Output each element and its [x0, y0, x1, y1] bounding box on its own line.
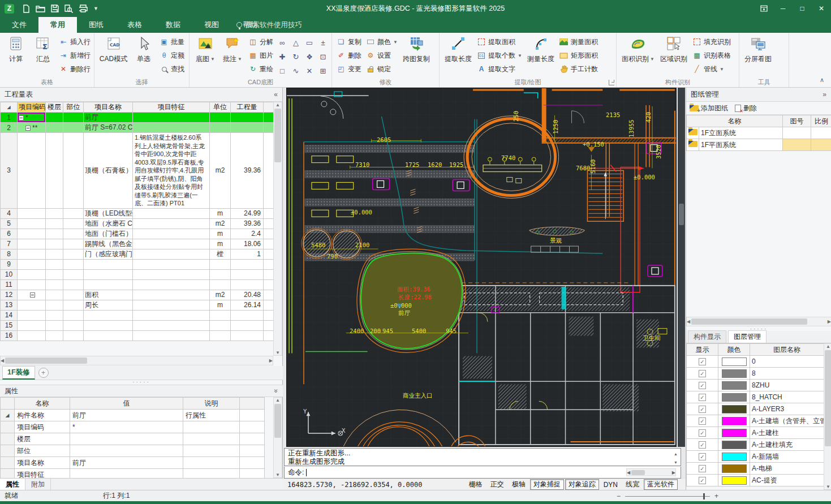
quantity-table-row[interactable]: 2 ** 前厅 S=67.02 C	[1, 123, 274, 133]
name-cell[interactable]: 前厅 S=67.02 C	[84, 123, 133, 133]
quantity-table-row[interactable]: 7 踢脚线（黑色金 m 18.06	[1, 239, 274, 249]
scroll-up-icon[interactable]: ▲	[826, 344, 830, 349]
scroll-down-icon[interactable]: ▼	[275, 472, 280, 477]
row-number-cell[interactable]: 1	[1, 113, 18, 123]
part-cell[interactable]	[63, 320, 84, 330]
qty-cell[interactable]: 1	[231, 249, 264, 259]
floor-cell[interactable]	[46, 310, 63, 320]
properties-tab[interactable]: 附加	[25, 479, 51, 490]
feature-cell[interactable]	[133, 300, 210, 310]
quantity-table-row[interactable]: 14	[1, 310, 274, 320]
scroll-up-icon[interactable]: ▲	[275, 398, 280, 403]
row-number-cell[interactable]: 3	[1, 133, 18, 209]
zoom-out-icon[interactable]: −	[617, 492, 621, 500]
code-cell[interactable]	[18, 239, 46, 249]
prop-value-cell[interactable]	[70, 433, 183, 445]
prop-expander-cell[interactable]	[1, 457, 15, 469]
unit-cell[interactable]	[210, 320, 231, 330]
layer-color-cell[interactable]	[718, 439, 750, 451]
floor-cell[interactable]	[46, 320, 63, 330]
save-icon[interactable]	[51, 5, 59, 12]
floor-cell[interactable]	[46, 113, 63, 123]
mirror-icon[interactable]: △	[289, 36, 303, 50]
quantity-table-row[interactable]: 16	[1, 330, 274, 341]
name-cell[interactable]: 地面（门槛石）	[84, 229, 133, 239]
floor-cell[interactable]	[46, 123, 63, 133]
part-cell[interactable]	[63, 259, 84, 269]
name-cell[interactable]	[84, 279, 133, 290]
basemap-button[interactable]: 底图▼	[192, 34, 219, 64]
layer-color-cell[interactable]	[718, 356, 750, 368]
ribbon-display-icon[interactable]	[754, 0, 773, 17]
layer-color-cell[interactable]	[718, 415, 750, 427]
layer-color-cell[interactable]	[718, 391, 750, 403]
layer-name-cell[interactable]: A-新隔墙	[750, 451, 824, 463]
feature-cell[interactable]	[133, 269, 210, 279]
prop-name-cell[interactable]: 楼层	[15, 433, 70, 445]
redraw-button[interactable]: ↻重绘	[246, 62, 275, 76]
pipeline-button[interactable]: ╱管线▼	[690, 62, 733, 76]
prop-name-cell[interactable]: 项目编码	[15, 421, 70, 433]
code-cell[interactable]	[18, 133, 46, 209]
quantity-table-row[interactable]: 13 周长 m 26.14	[1, 300, 274, 310]
copy-button[interactable]: ❏复制	[334, 35, 364, 49]
prop-expander-cell[interactable]	[1, 421, 15, 433]
drafting-toggle[interactable]: 正交	[487, 479, 507, 490]
scroll-left-icon[interactable]: ◀	[687, 319, 690, 324]
menu-tab[interactable]: 图纸	[77, 17, 115, 33]
layer-visible-cell[interactable]: ✓	[687, 439, 718, 451]
color-swatch[interactable]	[722, 476, 747, 485]
zoom-in-icon[interactable]: +	[714, 492, 718, 500]
layer-visible-cell[interactable]: ✓	[687, 451, 718, 463]
delete-sheet-button[interactable]: 删除	[735, 104, 757, 113]
delete-button[interactable]: ✐删除	[334, 49, 364, 62]
color-swatch[interactable]	[722, 464, 747, 473]
fill-recognize-button[interactable]: 填充识别	[690, 35, 733, 49]
row-expander[interactable]	[19, 115, 24, 120]
name-cell[interactable]: 周长	[84, 300, 133, 310]
close-button[interactable]: ✕	[812, 0, 831, 17]
scroll-right-icon[interactable]: ▶	[828, 319, 831, 324]
prop-expander-cell[interactable]	[1, 433, 15, 445]
unit-cell[interactable]	[210, 279, 231, 290]
checkbox-icon[interactable]: ✓	[699, 417, 706, 425]
quantity-table-row[interactable]: 4 顶棚（LED线型灯 m 24.99	[1, 208, 274, 218]
floor-cell[interactable]	[46, 330, 63, 341]
quantity-table-row[interactable]: 5 地面（水磨石 C m2 39.36	[1, 218, 274, 229]
feature-cell[interactable]	[133, 290, 210, 300]
layer-row[interactable]: ✓ 8	[687, 368, 824, 380]
layer-color-cell[interactable]	[718, 380, 750, 391]
right-hscrollbar[interactable]: ◀ ▶	[686, 317, 831, 326]
drafting-toggle[interactable]: 线宽	[622, 479, 643, 490]
row-number-cell[interactable]: 14	[1, 310, 18, 320]
layer-visible-cell[interactable]: ✓	[687, 356, 718, 368]
layers-vscrollbar[interactable]: ▲ ▼	[824, 343, 831, 490]
qty-cell[interactable]	[231, 279, 264, 290]
checkbox-icon[interactable]: ✓	[699, 358, 706, 365]
extract-area-button[interactable]: 提取面积	[475, 35, 524, 49]
minimize-button[interactable]: ─	[773, 0, 793, 17]
code-cell[interactable]	[18, 330, 46, 341]
quantity-table-row[interactable]: 12 面积 m2 20.48	[1, 290, 274, 300]
prop-note-cell[interactable]	[183, 433, 240, 445]
unit-cell[interactable]	[210, 113, 231, 123]
prop-expander-cell[interactable]	[1, 445, 15, 457]
scroll-down-icon[interactable]: ▼	[674, 458, 678, 467]
checkbox-icon[interactable]: ✓	[699, 382, 706, 389]
row-number-cell[interactable]: 2	[1, 123, 18, 133]
split-view-button[interactable]: 分屏看图	[742, 34, 774, 64]
unit-cell[interactable]	[210, 269, 231, 279]
property-row[interactable]: ◢ 构件名称 前厅 行属性	[1, 410, 265, 421]
scroll-right-icon[interactable]: ▶	[269, 358, 273, 363]
settings-button[interactable]: ⚙设置	[364, 49, 400, 62]
code-cell[interactable]	[18, 279, 46, 290]
sheet-scale-cell[interactable]	[811, 139, 831, 151]
cad-mode-button[interactable]: CAD CAD模式	[97, 34, 130, 64]
prop-col-value[interactable]: 值	[70, 398, 183, 410]
quota-button[interactable]: θ定额	[157, 49, 187, 62]
checkbox-icon[interactable]: ✓	[699, 429, 706, 437]
measure-length-button[interactable]: 测量长度	[524, 34, 557, 64]
prop-value-cell[interactable]: 前厅	[70, 410, 183, 421]
code-cell[interactable]	[18, 269, 46, 279]
scrollbar-thumb[interactable]	[5, 357, 87, 364]
